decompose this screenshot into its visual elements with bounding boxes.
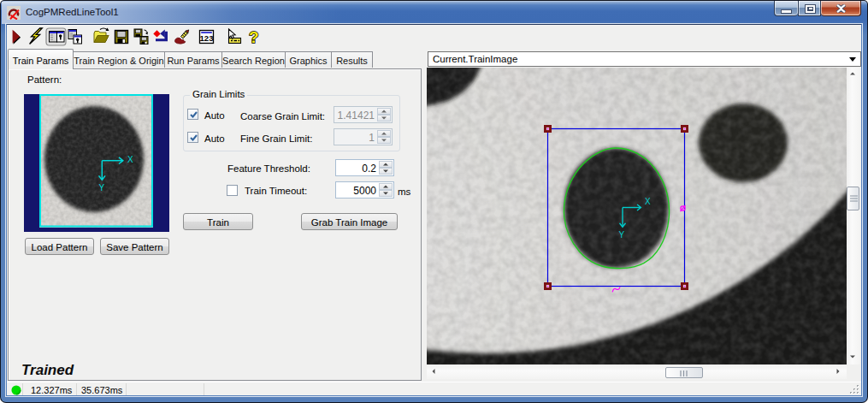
svg-text:X: X [127,155,133,164]
svg-text:Y: Y [619,230,625,240]
svg-text:X: X [645,197,651,206]
svg-text:Y: Y [99,183,105,193]
svg-text:123: 123 [200,33,214,43]
svg-text:?: ? [249,28,259,46]
